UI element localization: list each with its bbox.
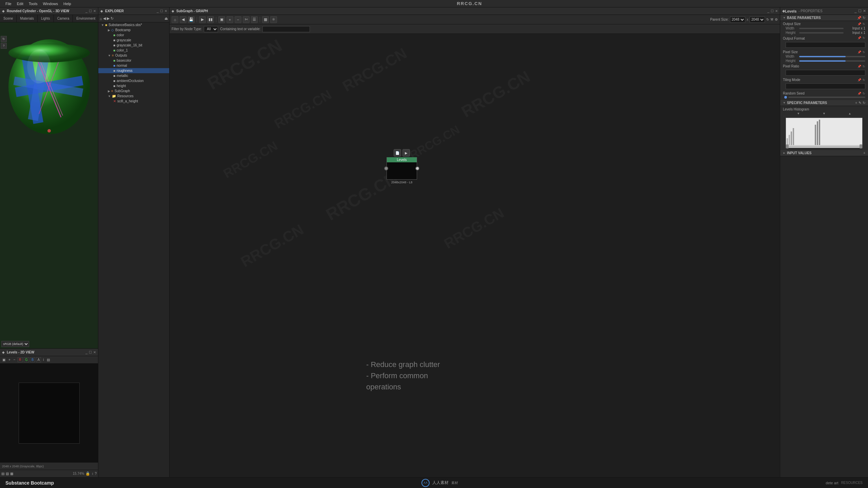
menu-help[interactable]: Help [61,0,74,7]
2d-lock-btn[interactable]: 🔒 [85,471,90,476]
tiling-mode-input[interactable]: V and H Tiling [786,83,865,89]
parent-size-settings-btn[interactable]: ⚙ [775,18,778,21]
prop-maximize-btn[interactable]: ☐ [858,9,862,13]
2d-tool-zoom-in[interactable]: + [7,358,12,362]
hist-btn-down2[interactable]: ▼ [823,112,826,115]
menu-windows[interactable]: Windows [40,0,61,7]
parent-size-w-select[interactable]: 2048 [730,17,745,23]
base-param-reset[interactable]: ↻ [863,16,865,20]
specific-param-reset[interactable]: ↻ [863,101,865,105]
2d-close-btn[interactable]: ✕ [93,350,96,354]
tab-camera[interactable]: Camera [54,15,73,22]
base-param-pin[interactable]: 📌 [857,16,861,20]
graph-area[interactable]: RRCG.CN RRCG.CN RRCG.CN RRCG.CN RRCG.CN … [170,34,780,477]
tree-basecolor[interactable]: ■ basecolor [98,58,169,63]
height-slider[interactable] [799,32,844,34]
input-values-add[interactable]: + [863,151,865,155]
output-format-input[interactable]: 8 bits per Channel [786,42,865,48]
tree-outputs[interactable]: ▼ ≡ Outputs [98,53,169,58]
2d-tool-b[interactable]: B [30,357,35,362]
prop-close-btn[interactable]: ✕ [863,9,866,13]
base-params-header[interactable]: ▼ BASE PARAMETERS 📌 ↻ [780,15,868,21]
sg-tool-zoom-fit[interactable]: ▣ [218,16,225,23]
sg-tool-pause[interactable]: ▮▮ [207,16,214,23]
filter-type-select[interactable]: All [204,26,218,32]
sg-tool-align[interactable]: ☰ [251,16,258,23]
menu-tools[interactable]: Tools [26,0,40,7]
explorer-search-btn[interactable]: ⏏ [164,16,168,21]
2d-tool-r[interactable]: R [18,357,23,362]
subgraph-maximize-btn[interactable]: ☐ [771,9,774,13]
random-seed-pin[interactable]: 📌 [857,92,861,95]
prop-minimize-btn[interactable]: ⎯ [854,9,857,13]
3d-close-btn[interactable]: ✕ [93,9,96,13]
explorer-minimize-btn[interactable]: ⎯ [157,9,159,13]
3d-maximize-btn[interactable]: ☐ [89,9,92,13]
hist-right-handle[interactable] [860,144,862,148]
menu-file[interactable]: File [3,0,14,7]
hist-btn-up[interactable]: ▲ [848,112,851,115]
explorer-forward-btn[interactable]: ▶ [107,16,110,21]
explorer-back-btn[interactable]: ◀ [103,16,106,21]
sg-tool-play[interactable]: ▶ [199,16,206,23]
output-format-reset[interactable]: ↻ [863,36,865,40]
sg-tool-cut[interactable]: ✄ [243,16,250,23]
tree-metallic[interactable]: ■ metallic [98,73,169,78]
2d-help-btn[interactable]: ? [95,472,97,475]
hist-btn-down[interactable]: ▼ [797,112,800,115]
color-mode-selector[interactable]: sRGB (default) [1,341,29,347]
2d-tool-fit[interactable]: ▣ [1,358,6,362]
sg-tool-home[interactable]: ⌂ [172,16,178,23]
pixel-ratio-input[interactable]: Square [786,70,865,76]
specific-param-edit[interactable]: ✎ [859,101,861,105]
node-output-connector[interactable] [415,166,419,170]
sg-tool-save[interactable]: 💾 [188,16,195,23]
hist-left-handle[interactable] [786,144,789,148]
menu-edit[interactable]: Edit [14,0,26,7]
sg-tool-zoom-out[interactable]: − [235,16,241,23]
specific-param-add[interactable]: + [855,101,857,105]
pixel-h-slider[interactable] [799,60,865,62]
viewport-2d[interactable] [0,364,98,462]
levels-node[interactable]: 📄 ▶ Levels 2048x2048 - L8 [387,149,417,184]
parent-size-link-btn[interactable]: ⚒ [770,18,773,21]
tree-color1[interactable]: ■ color_1 [98,48,169,53]
viewport-tool-btn[interactable]: ↻ [1,36,7,42]
tree-root[interactable]: ▼ ■ SubstanceBasics.sbs* [98,22,169,27]
tree-height[interactable]: ■ height [98,83,169,88]
2d-maximize-btn[interactable]: ☐ [89,350,92,354]
containing-input[interactable] [262,26,310,32]
2d-minimize-btn[interactable]: ⎯ [85,350,87,354]
tab-lights[interactable]: Lights [38,15,54,22]
seed-slider[interactable] [788,97,865,98]
3d-minimize-btn[interactable]: ⎯ [85,9,87,13]
2d-tool-g[interactable]: G [24,357,29,362]
output-size-reset[interactable]: ↻ [863,22,865,26]
sg-tool-magnet[interactable]: ⚛ [270,16,277,23]
tree-grayscale16[interactable]: ■ grayscale_16_bit [98,43,169,48]
tab-scene[interactable]: Scene [0,15,17,22]
random-seed-reset[interactable]: ↻ [863,92,865,95]
viewport-tool-btn2[interactable]: ? [1,43,7,49]
tiling-mode-pin[interactable]: 📌 [857,78,861,82]
tree-grayscale[interactable]: ■ grayscale [98,38,169,43]
explorer-close-btn[interactable]: ✕ [164,9,167,13]
tab-environment[interactable]: Environment [73,15,99,22]
tree-ao[interactable]: ■ ambientOcclusion [98,78,169,83]
output-size-pin[interactable]: 📌 [857,22,861,26]
2d-tool-stats[interactable]: ▤ [46,358,51,362]
2d-fit-btn[interactable]: ↕ [92,472,93,475]
tree-roughness[interactable]: ■ roughness [98,68,169,73]
node-input-connector[interactable] [384,166,388,170]
viewport-3d[interactable]: ↻ ? sRGB (default) [0,22,98,348]
2d-bottom-btn3[interactable]: ▦ [10,472,13,475]
seed-slider-dot[interactable] [784,96,787,99]
sg-tool-back[interactable]: ◀ [180,16,186,23]
input-values-header[interactable]: ► INPUT VALUES + [780,150,868,156]
subgraph-minimize-btn[interactable]: ⎯ [767,9,769,13]
sg-tool-zoom-in[interactable]: + [226,16,233,23]
2d-tool-info[interactable]: i [42,358,45,362]
2d-bottom-btn2[interactable]: ▧ [6,472,9,475]
tree-color[interactable]: ■ color [98,33,169,38]
explorer-refresh-btn[interactable]: ↻ [111,16,114,21]
